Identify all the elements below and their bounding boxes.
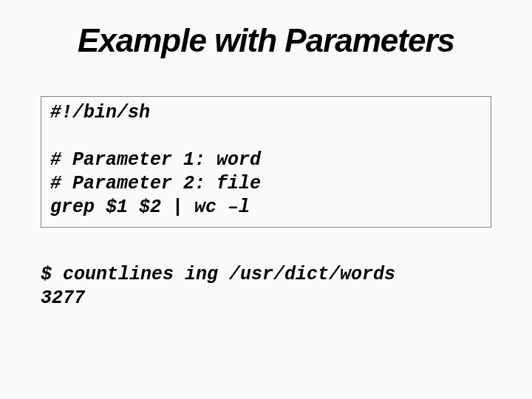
code-blank-line (50, 125, 482, 149)
script-code-box: #!/bin/sh # Parameter 1: word # Paramete… (41, 96, 491, 228)
slide-title: Example with Parameters (0, 22, 532, 59)
terminal-command: $ countlines ing /usr/dict/words (41, 263, 491, 287)
code-line-shebang: #!/bin/sh (50, 101, 482, 125)
code-line-comment-2: # Parameter 2: file (50, 172, 482, 196)
terminal-output: $ countlines ing /usr/dict/words 3277 (41, 263, 491, 310)
code-line-grep: grep $1 $2 | wc –l (50, 196, 482, 219)
terminal-result: 3277 (41, 287, 491, 310)
code-line-comment-1: # Parameter 1: word (50, 149, 482, 172)
